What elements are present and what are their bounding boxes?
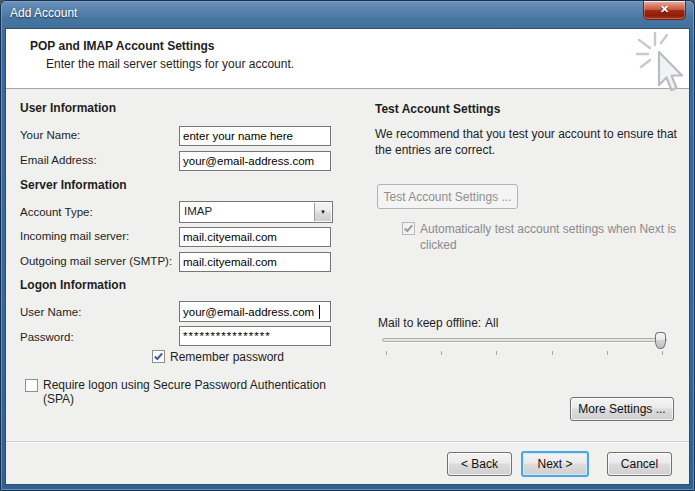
email-address-label: Email Address: bbox=[20, 154, 97, 166]
spa-label[interactable]: Require logon using Secure Password Auth… bbox=[43, 378, 351, 406]
mail-offline-slider-thumb[interactable] bbox=[655, 332, 666, 349]
section-server-information: Server Information bbox=[20, 178, 127, 192]
incoming-server-input[interactable] bbox=[179, 227, 331, 247]
password-input[interactable] bbox=[179, 326, 331, 346]
account-type-value: IMAP bbox=[184, 205, 212, 217]
remember-password-label[interactable]: Remember password bbox=[170, 350, 284, 364]
chevron-down-icon[interactable]: ▼ bbox=[314, 203, 331, 221]
more-settings-button-label: More Settings ... bbox=[578, 402, 665, 416]
back-button[interactable]: < Back bbox=[447, 452, 512, 476]
mail-offline-label: Mail to keep offline: bbox=[378, 316, 481, 330]
user-name-input[interactable] bbox=[179, 301, 331, 322]
password-label: Password: bbox=[20, 331, 74, 343]
email-address-input[interactable] bbox=[179, 151, 331, 171]
section-logon-information: Logon Information bbox=[20, 278, 126, 292]
your-name-input[interactable] bbox=[179, 126, 331, 146]
cancel-button[interactable]: Cancel bbox=[607, 452, 672, 476]
account-type-label: Account Type: bbox=[20, 206, 93, 218]
page-title: POP and IMAP Account Settings bbox=[30, 39, 214, 53]
incoming-server-label: Incoming mail server: bbox=[20, 230, 129, 242]
remember-password-checkbox[interactable] bbox=[152, 350, 165, 363]
spa-checkbox[interactable] bbox=[25, 379, 38, 392]
outgoing-server-input[interactable] bbox=[179, 252, 331, 272]
next-button[interactable]: Next > bbox=[521, 451, 589, 477]
text-caret bbox=[319, 305, 320, 319]
outgoing-server-label: Outgoing mail server (SMTP): bbox=[20, 255, 172, 267]
footer-divider bbox=[6, 441, 689, 443]
checkmark-icon bbox=[153, 351, 164, 362]
section-user-information: User Information bbox=[20, 101, 116, 115]
page-subtitle: Enter the mail server settings for your … bbox=[46, 57, 294, 71]
user-name-label: User Name: bbox=[20, 306, 81, 318]
your-name-label: Your Name: bbox=[20, 129, 80, 141]
cursor-sparkle-icon bbox=[636, 32, 690, 94]
test-account-settings-button-label: Test Account Settings ... bbox=[383, 190, 511, 204]
account-type-dropdown[interactable]: IMAP ▼ bbox=[179, 201, 333, 223]
next-button-label: Next > bbox=[537, 457, 572, 471]
slider-ticks bbox=[386, 351, 663, 356]
cancel-button-label: Cancel bbox=[621, 457, 658, 471]
dialog-content: POP and IMAP Account Settings Enter the … bbox=[5, 28, 690, 485]
test-settings-description: We recommend that you test your account … bbox=[375, 126, 689, 158]
auto-test-label: Automatically test account settings when… bbox=[420, 221, 682, 253]
more-settings-button[interactable]: More Settings ... bbox=[570, 397, 674, 421]
close-button[interactable]: ✕ bbox=[643, 1, 686, 20]
back-button-label: < Back bbox=[461, 457, 498, 471]
checkmark-icon bbox=[403, 223, 414, 234]
add-account-dialog: Add Account ✕ POP and IMAP Account Setti… bbox=[0, 0, 695, 491]
test-account-settings-button: Test Account Settings ... bbox=[377, 184, 518, 209]
auto-test-checkbox bbox=[402, 222, 415, 235]
dialog-header: POP and IMAP Account Settings Enter the … bbox=[6, 29, 689, 89]
window-title: Add Account bbox=[10, 6, 77, 20]
section-test-account-settings: Test Account Settings bbox=[375, 102, 500, 116]
mail-offline-slider-track[interactable] bbox=[382, 338, 667, 342]
mail-offline-value: All bbox=[485, 316, 498, 330]
close-icon: ✕ bbox=[660, 3, 669, 15]
